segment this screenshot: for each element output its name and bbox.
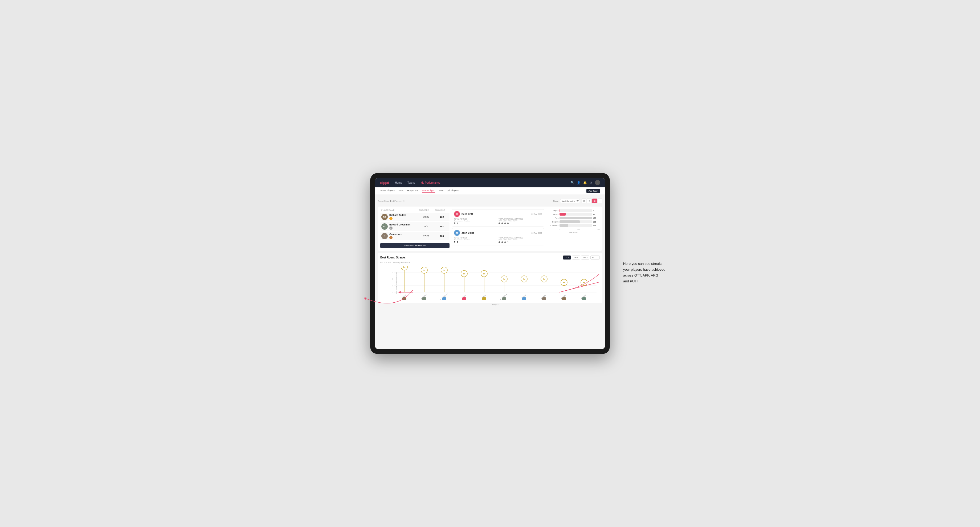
show-controls: Show Last 3 months Last 6 months Last ye… <box>553 198 602 203</box>
tournament-val: 8 <box>454 222 455 225</box>
sub-navigation: PGAT Players PGA Hcaps 1-5 Team Clippd T… <box>375 187 605 195</box>
table-row: RB Richard Butler 1 19/20 110 <box>380 213 450 221</box>
bar-fill <box>560 224 568 227</box>
practice-val: 4 <box>457 222 458 225</box>
bar-label-double-bogeys: D. Bogeys + <box>546 225 558 226</box>
col-pb-score: PB SCORE <box>419 209 435 211</box>
streak-chart: 0 2 4 6 7x E. Ebert <box>391 266 600 300</box>
bar-birdies: Birdies 96 <box>546 213 600 216</box>
bar-value-double-bogeys: 131 <box>593 225 600 227</box>
streaks-title: Best Round Streaks <box>380 256 406 259</box>
tournament-val: 7 <box>454 241 455 243</box>
main-panel: PLAYER NAME PB SCORE PB AVG SQ RB <box>378 206 602 251</box>
svg-text:7x: 7x <box>403 266 406 268</box>
nav-links: Home Teams My Performance <box>395 181 570 184</box>
tab-team-clippd[interactable]: Team Clippd <box>422 189 435 193</box>
bell-icon[interactable]: 🔔 <box>583 181 587 184</box>
tab-pgat-players[interactable]: PGAT Players <box>380 189 395 193</box>
card-date: 02 Sep 2023 <box>531 213 542 215</box>
tournament-label: Tournament <box>454 220 463 222</box>
bar-label-pars: Pars <box>546 217 558 219</box>
arg-label: ARG <box>508 239 512 241</box>
pb-avg: 107 <box>435 225 449 228</box>
bar-container <box>560 217 592 219</box>
bar-label-eagles: Eagles <box>546 210 558 211</box>
player-name: Cameron... <box>389 233 402 236</box>
putt-val: 1 <box>508 241 509 243</box>
bar-double-bogeys: D. Bogeys + 131 <box>546 224 600 227</box>
view-full-leaderboard-button[interactable]: View Full Leaderboard <box>380 243 450 248</box>
edit-icon[interactable]: ✏ <box>403 200 405 202</box>
nav-home[interactable]: Home <box>395 181 402 184</box>
tab-tour[interactable]: Tour <box>439 189 444 193</box>
svg-text:4x: 4x <box>543 278 546 280</box>
streaks-section: Best Round Streaks OTT APP ARG PUTT Off … <box>378 253 602 303</box>
practice-activities-group: Total Practice Activities OTT APP ARG PU… <box>498 237 542 243</box>
pb-score: 17/20 <box>418 235 434 237</box>
tab-putt[interactable]: PUTT <box>590 256 600 259</box>
tab-all-players[interactable]: All Players <box>447 189 459 193</box>
arg-val: 0 <box>504 241 506 243</box>
card-view-icon[interactable]: ▦ <box>592 198 597 203</box>
rank-badge-3: 3 <box>389 236 393 239</box>
svg-text:4: 4 <box>392 278 393 280</box>
bar-fill <box>560 221 580 223</box>
card-player-name: Josh Coles <box>461 232 530 234</box>
tab-pga[interactable]: PGA <box>398 189 403 193</box>
add-team-button[interactable]: Add Team <box>586 189 600 193</box>
col-pb-avg: PB AVG SQ <box>435 209 449 211</box>
team-name: Team Clippd <box>378 200 389 202</box>
bar-label-birdies: Birdies <box>546 213 558 215</box>
bar-chart: Eagles 3 Birdies 96 <box>546 209 600 248</box>
nav-my-performance[interactable]: My Performance <box>420 181 441 184</box>
svg-text:5x: 5x <box>463 273 466 275</box>
player-avatar: RB <box>381 214 388 220</box>
player-card-josh-coles: JC Josh Coles 26 Aug 2023 Total Rounds T… <box>452 228 544 245</box>
bar-fill <box>560 217 592 219</box>
bar-value-birdies: 96 <box>593 213 600 215</box>
table-view-icon[interactable]: ↕ <box>598 198 602 203</box>
bar-fill <box>560 213 566 216</box>
svg-text:6: 6 <box>392 271 393 273</box>
streaks-header: Best Round Streaks OTT APP ARG PUTT <box>380 256 600 259</box>
pb-score: 18/20 <box>418 225 434 228</box>
tab-ott[interactable]: OTT <box>563 256 571 259</box>
tab-arg[interactable]: ARG <box>581 256 589 259</box>
search-icon[interactable]: 🔍 <box>570 181 574 184</box>
total-rounds-label: Total Rounds <box>454 218 498 220</box>
svg-text:4x: 4x <box>523 278 525 280</box>
player-info: C Cameron... 3 <box>381 233 417 239</box>
putt-label: PUTT <box>513 220 517 222</box>
period-select[interactable]: Last 3 months Last 6 months Last year <box>560 199 580 203</box>
avatar[interactable]: U <box>595 180 600 185</box>
bar-bogeys: Bogeys 311 <box>546 221 600 223</box>
svg-text:3x: 3x <box>563 281 565 284</box>
user-icon[interactable]: 👤 <box>577 181 581 184</box>
axis-400: 400 <box>597 229 600 230</box>
team-header: Team Clippd | 14 Players ✏ Show Last 3 m… <box>378 197 602 205</box>
tab-hcaps[interactable]: Hcaps 1-5 <box>407 189 418 193</box>
bar-value-bogeys: 311 <box>593 221 600 223</box>
table-row: EC Edward Crossman 2 18/20 107 <box>380 222 450 231</box>
metric-tabs: OTT APP ARG PUTT <box>563 256 600 259</box>
ott-label: OTT <box>498 220 502 222</box>
total-rounds-group: Total Rounds Tournament Practice 8 4 <box>454 218 498 225</box>
card-player-name: Rees Britt <box>461 213 530 215</box>
bar-pars: Pars 499 <box>546 217 600 219</box>
svg-text:6x: 6x <box>443 269 445 271</box>
list-view-icon[interactable]: ≡ <box>587 198 592 203</box>
svg-text:2: 2 <box>392 285 393 287</box>
grid-view-icon[interactable]: ⊞ <box>582 198 586 203</box>
player-avatar: EC <box>381 223 388 230</box>
off-tee-label: Off The Tee , Fairway Accuracy <box>380 261 600 264</box>
practice-label: Practice <box>464 220 470 222</box>
tab-app[interactable]: APP <box>572 256 580 259</box>
putt-val: 0 <box>508 222 509 225</box>
bar-value-eagles: 3 <box>593 210 600 211</box>
x-axis-label: Players <box>391 303 600 305</box>
settings-icon[interactable]: ⚙ <box>590 181 592 184</box>
nav-teams[interactable]: Teams <box>407 181 416 184</box>
app-val: 0 <box>501 241 503 243</box>
bar-eagles: Eagles 3 <box>546 209 600 212</box>
svg-text:0: 0 <box>392 291 393 293</box>
